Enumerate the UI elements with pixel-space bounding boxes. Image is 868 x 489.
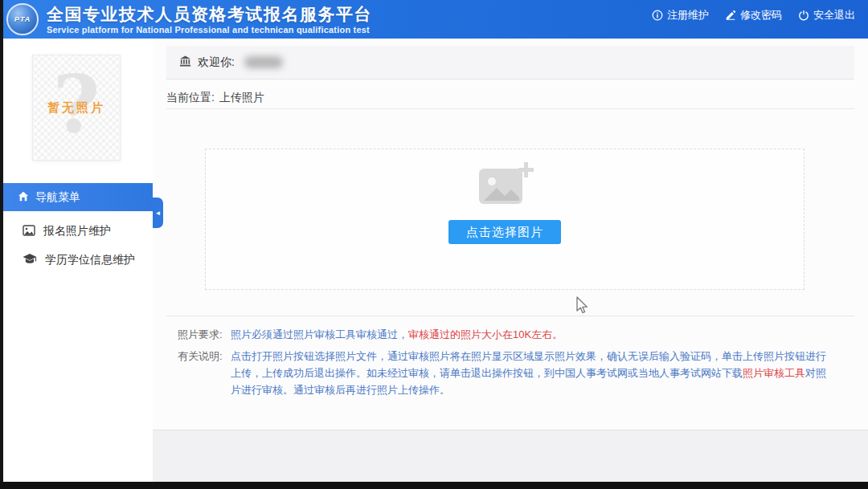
content-footer-area [153, 430, 868, 482]
upload-dropzone[interactable]: 点击选择图片 [205, 149, 805, 290]
select-image-button[interactable]: 点击选择图片 [448, 220, 561, 244]
sidebar: ? 暂无照片 导航菜单 报名照片维护 学历学位信息维护 [3, 39, 153, 482]
notes-section: 照片要求: 照片必须通过照片审核工具审核通过，审核通过的照片大小在10K左右。 … [166, 316, 854, 403]
logo-text: PTA [14, 15, 31, 23]
requirement-text: 照片必须通过照片审核工具审核通过，审核通过的照片大小在10K左右。 [231, 326, 833, 343]
logout-label: 安全退出 [813, 8, 855, 22]
edit-icon [725, 10, 736, 21]
nav-menu-label: 导航菜单 [35, 190, 80, 205]
welcome-bar: 欢迎你: [166, 46, 854, 79]
app-header: PTA 全国专业技术人员资格考试报名服务平台 Service platform … [0, 0, 868, 39]
page: PTA 全国专业技术人员资格考试报名服务平台 Service platform … [0, 0, 868, 489]
username-redacted [244, 56, 283, 68]
home-icon [18, 191, 29, 204]
instructions-label: 有关说明: [178, 348, 231, 398]
add-image-icon [476, 161, 534, 210]
sidebar-collapse-tab[interactable]: ◄ [153, 198, 163, 228]
no-photo-label: 暂无照片 [33, 100, 120, 116]
requirement-label: 照片要求: [178, 326, 231, 343]
main-content: 欢迎你: 当前位置: 上传照片 点击选择图片 照片要求: [153, 39, 868, 482]
nav-menu-header[interactable]: 导航菜单 [3, 183, 153, 211]
change-password-link[interactable]: 修改密码 [725, 8, 782, 22]
header-links: 注册维护 修改密码 安全退出 [652, 8, 855, 22]
bank-icon [179, 55, 191, 70]
sidebar-item-degree-maintain[interactable]: 学历学位信息维护 [3, 244, 153, 276]
requirement-text-red: 审核通过的照片大小在10K左右。 [408, 328, 563, 340]
register-maintain-link[interactable]: 注册维护 [652, 8, 709, 22]
sidebar-item-label: 学历学位信息维护 [45, 253, 135, 267]
photo-requirement-row: 照片要求: 照片必须通过照片审核工具审核通过，审核通过的照片大小在10K左右。 [178, 326, 854, 343]
breadcrumb: 当前位置: 上传照片 [166, 87, 854, 109]
breadcrumb-value: 上传照片 [219, 91, 264, 105]
image-icon [23, 225, 35, 238]
photo-audit-tool-link[interactable]: 照片审核工具 [743, 367, 805, 379]
page-subtitle: Service platform for National Profession… [47, 25, 372, 35]
requirement-text-blue: 照片必须通过照片审核工具审核通过， [231, 328, 408, 340]
instructions-text: 点击打开照片按钮选择照片文件，通过审核照片将在照片显示区域显示照片效果，确认无误… [231, 348, 833, 398]
photo-placeholder: ? 暂无照片 [32, 55, 121, 161]
welcome-label: 欢迎你: [198, 55, 235, 70]
logout-link[interactable]: 安全退出 [798, 8, 855, 22]
breadcrumb-label: 当前位置: [166, 91, 215, 105]
sidebar-item-label: 报名照片维护 [43, 224, 111, 238]
instructions-text-part1: 点击打开照片按钮选择照片文件，通过审核照片将在照片显示区域显示照片效果，确认无误… [231, 350, 826, 379]
register-maintain-label: 注册维护 [667, 8, 709, 22]
page-title: 全国专业技术人员资格考试报名服务平台 [47, 5, 372, 24]
sidebar-item-photo-maintain[interactable]: 报名照片维护 [3, 215, 153, 247]
instructions-row: 有关说明: 点击打开照片按钮选择照片文件，通过审核照片将在照片显示区域显示照片效… [178, 348, 854, 398]
info-circle-icon [652, 10, 663, 21]
pta-logo: PTA [6, 3, 39, 35]
chevron-left-icon: ◄ [155, 210, 162, 217]
power-icon [798, 10, 809, 21]
change-password-label: 修改密码 [740, 8, 782, 22]
screen-edge-left [0, 0, 3, 489]
screen-edge-bottom [0, 482, 868, 489]
graduation-cap-icon [23, 254, 37, 267]
title-block: 全国专业技术人员资格考试报名服务平台 Service platform for … [47, 5, 372, 35]
